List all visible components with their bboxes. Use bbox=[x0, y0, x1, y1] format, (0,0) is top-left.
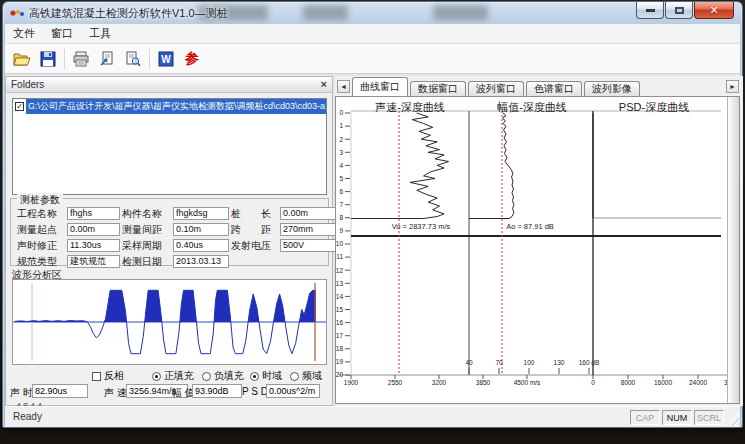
tab-strip: ◄ 曲线窗口数据窗口波列窗口色谱窗口波列影像 ► bbox=[335, 76, 743, 96]
waveform-display[interactable] bbox=[12, 279, 327, 365]
maximize-button[interactable] bbox=[665, 2, 693, 19]
chart-title-psd: PSD-深度曲线 bbox=[619, 100, 689, 115]
svg-text:0: 0 bbox=[591, 379, 595, 386]
radio-icon bbox=[290, 372, 299, 381]
checkbox-icon[interactable]: ✓ bbox=[15, 102, 24, 111]
parameters-char-icon: 参 bbox=[185, 50, 199, 68]
svg-text:70: 70 bbox=[495, 359, 503, 366]
fill-positive-label: 正填充 bbox=[164, 369, 194, 383]
fill-positive-radio[interactable]: 正填充 bbox=[152, 369, 194, 383]
menu-tools[interactable]: 工具 bbox=[81, 24, 119, 43]
chevron-left-icon: ◄ bbox=[340, 83, 347, 90]
radio-icon bbox=[250, 372, 259, 381]
time-domain-radio[interactable]: 时域 bbox=[250, 369, 282, 383]
param-value-field[interactable]: 0.40us bbox=[173, 239, 229, 252]
param-label: 采样周期 bbox=[122, 239, 171, 252]
svg-text:20: 20 bbox=[336, 371, 343, 378]
panel-close-icon[interactable]: × bbox=[321, 79, 327, 90]
param-label: 跨 距 bbox=[231, 223, 278, 236]
param-label: 声时修正 bbox=[17, 239, 65, 252]
group-title: 测桩参数 bbox=[17, 193, 63, 207]
close-button[interactable]: ✕ bbox=[694, 2, 734, 19]
depth-curves-plot: 0123456789101112131415161718192019002550… bbox=[336, 97, 740, 403]
param-label: 桩 长 bbox=[231, 207, 278, 220]
param-value-field[interactable]: 500V bbox=[280, 239, 338, 252]
param-label: 检测日期 bbox=[122, 255, 171, 268]
readout-label: 声 时 bbox=[10, 386, 33, 400]
save-button[interactable] bbox=[35, 47, 61, 71]
waveform-plot bbox=[13, 280, 326, 364]
svg-text:19: 19 bbox=[336, 358, 343, 365]
svg-text:13: 13 bbox=[336, 280, 343, 287]
status-cell-scrl: SCRL bbox=[694, 410, 724, 425]
tab-scroll-left-button[interactable]: ◄ bbox=[337, 80, 350, 93]
svg-text:2550: 2550 bbox=[388, 379, 403, 386]
svg-text:12: 12 bbox=[336, 267, 343, 274]
print-button[interactable] bbox=[68, 47, 94, 71]
param-value-field[interactable]: 2013.03.13 bbox=[173, 255, 229, 268]
svg-text:5: 5 bbox=[339, 175, 343, 182]
svg-text:16000: 16000 bbox=[654, 379, 672, 386]
resize-grip[interactable] bbox=[726, 413, 739, 426]
parameters-button[interactable]: 参 bbox=[179, 47, 205, 71]
invert-checkbox[interactable]: 反相 bbox=[92, 369, 124, 383]
svg-text:17: 17 bbox=[336, 332, 343, 339]
window-title: 高铁建筑混凝土检测分析软件V1.0—测桩 bbox=[29, 6, 228, 21]
svg-text:4500 m/s: 4500 m/s bbox=[514, 379, 541, 386]
tab-5[interactable]: 波列影像 bbox=[584, 81, 640, 96]
folders-panel-header: Folders × bbox=[6, 77, 332, 93]
toolbar-separator bbox=[149, 49, 150, 69]
vertical-scrollbar[interactable] bbox=[727, 97, 739, 403]
param-value-field[interactable]: fhgkdsg bbox=[173, 207, 229, 220]
svg-text:11: 11 bbox=[336, 253, 343, 260]
readout-label: 声 速 bbox=[104, 386, 127, 400]
checkbox-icon bbox=[92, 372, 101, 381]
tab-1[interactable]: 曲线窗口 bbox=[352, 77, 408, 96]
list-item[interactable]: ✓ G:\公司产品设计开发\超声仪器\超声仪实地检测数据\调频桩cd\cd03\… bbox=[13, 99, 326, 113]
param-value-field[interactable]: 270mm bbox=[280, 223, 338, 236]
status-cell-cap: CAP bbox=[630, 410, 660, 425]
word-report-button[interactable]: W bbox=[153, 47, 179, 71]
svg-text:3: 3 bbox=[339, 149, 343, 156]
minimize-icon bbox=[646, 9, 655, 12]
fill-negative-radio[interactable]: 负填充 bbox=[202, 369, 244, 383]
tab-scroll-right-button[interactable]: ► bbox=[726, 80, 739, 93]
param-value-field[interactable]: 0.00m bbox=[67, 223, 120, 236]
menu-window[interactable]: 窗口 bbox=[43, 24, 81, 43]
print-preview-button[interactable] bbox=[120, 47, 146, 71]
param-value-field[interactable]: 建筑规范 bbox=[67, 255, 120, 268]
menu-bar: 文件 窗口 工具 bbox=[5, 24, 740, 44]
readout-value-field[interactable]: 82.90us bbox=[32, 384, 88, 398]
file-list[interactable]: ✓ G:\公司产品设计开发\超声仪器\超声仪实地检测数据\调频桩cd\cd03\… bbox=[12, 98, 327, 195]
svg-text:16: 16 bbox=[336, 319, 343, 326]
maximize-icon bbox=[675, 7, 684, 14]
freq-domain-label: 频域 bbox=[302, 369, 322, 383]
param-value-field[interactable]: 0.10m bbox=[173, 223, 229, 236]
param-label: 规范类型 bbox=[17, 255, 65, 268]
param-value-field[interactable]: fhghs bbox=[67, 207, 120, 220]
svg-text:3850: 3850 bbox=[476, 379, 491, 386]
app-icon bbox=[10, 6, 25, 20]
svg-text:0: 0 bbox=[339, 109, 343, 116]
export-button[interactable] bbox=[94, 47, 120, 71]
client-area: Folders × ✓ G:\公司产品设计开发\超声仪器\超声仪实地检测数据\调… bbox=[5, 74, 740, 406]
readout-row: 声 时82.90us声 速3256.94m/s幅 值93.90dBP S D0.… bbox=[6, 384, 332, 399]
svg-text:1900: 1900 bbox=[344, 379, 359, 386]
readout-value-field[interactable]: 93.90dB bbox=[192, 384, 242, 398]
tab-4[interactable]: 色谱窗口 bbox=[526, 81, 582, 96]
param-value-field[interactable]: 11.30us bbox=[67, 239, 120, 252]
minimize-button[interactable] bbox=[636, 2, 664, 19]
tab-3[interactable]: 波列窗口 bbox=[468, 81, 524, 96]
menu-file[interactable]: 文件 bbox=[5, 24, 43, 43]
readout-value-field[interactable]: 0.00us^2/m bbox=[266, 384, 320, 398]
file-path: G:\公司产品设计开发\超声仪器\超声仪实地检测数据\调频桩cd\cd03\cd… bbox=[26, 99, 326, 114]
freq-domain-radio[interactable]: 频域 bbox=[290, 369, 322, 383]
open-file-button[interactable] bbox=[9, 47, 35, 71]
status-bar: Ready CAPNUMSCRL bbox=[5, 406, 740, 427]
pile-parameters-group: 测桩参数 工程名称fhghs构件名称fhgkdsg桩 长0.00m测量起点0.0… bbox=[10, 198, 329, 266]
tab-2[interactable]: 数据窗口 bbox=[410, 81, 466, 96]
printer-icon bbox=[72, 51, 90, 67]
param-value-field[interactable]: 0.00m bbox=[280, 207, 338, 220]
chart-area[interactable]: 声速-深度曲线 幅值-深度曲线 PSD-深度曲线 012345678910111… bbox=[335, 96, 740, 404]
title-bar[interactable]: 高铁建筑混凝土检测分析软件V1.0—测桩 ✕ bbox=[3, 2, 742, 24]
